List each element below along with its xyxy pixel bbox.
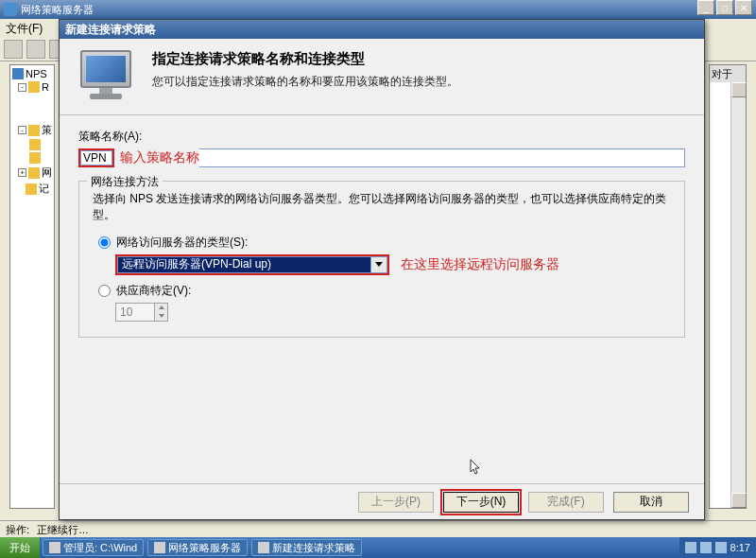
- dialog-body: 策略名称(A): 输入策略名称 网络连接方法 选择向 NPS 发送连接请求的网络…: [60, 115, 704, 351]
- cmd-icon: [49, 542, 60, 553]
- tree-label: NPS: [26, 68, 47, 79]
- tree-item[interactable]: [12, 151, 52, 165]
- radio-server-type-label: 网络访问服务器的类型(S):: [116, 235, 248, 251]
- clock: 8:17: [730, 542, 750, 553]
- task-item[interactable]: 网络策略服务器: [147, 539, 248, 556]
- vendor-spinner: [115, 303, 168, 322]
- group-description: 选择向 NPS 发送连接请求的网络访问服务器类型。您可以选择网络访问服务器的类型…: [93, 191, 671, 223]
- tree-label: 记: [39, 182, 49, 196]
- wizard-icon: [258, 542, 269, 553]
- dialog-title: 新建连接请求策略: [65, 22, 156, 38]
- collapse-icon[interactable]: -: [18, 83, 26, 92]
- server-type-combo[interactable]: 远程访问服务器(VPN-Dial up): [115, 254, 389, 275]
- folder-icon: [28, 125, 40, 136]
- annotation-combo: 在这里选择远程访问服务器: [401, 256, 559, 273]
- task-label: 网络策略服务器: [168, 541, 241, 555]
- connection-method-group: 网络连接方法 选择向 NPS 发送连接请求的网络访问服务器类型。您可以选择网络访…: [78, 181, 685, 338]
- folder-icon: [26, 183, 37, 195]
- tree-item[interactable]: + 网: [12, 165, 52, 181]
- tray-icon[interactable]: [700, 542, 712, 553]
- policy-name-input-rest[interactable]: [199, 148, 685, 167]
- tree-item[interactable]: - 策: [12, 122, 52, 138]
- status-label: 操作:: [6, 523, 29, 535]
- annotation-name: 输入策略名称: [120, 149, 199, 166]
- tray-icon[interactable]: [685, 542, 696, 553]
- status-bar: 操作: 正继续行…: [0, 520, 756, 537]
- actions-header: 对于: [710, 65, 746, 82]
- scrollbar[interactable]: [730, 82, 746, 508]
- finish-button: 完成(F): [528, 492, 604, 513]
- task-item[interactable]: 管理员: C:\Wind: [43, 539, 144, 556]
- collapse-icon[interactable]: -: [18, 126, 26, 134]
- header-description: 您可以指定连接请求策略的名称和要应用该策略的连接类型。: [152, 74, 458, 90]
- system-tray: 8:17: [679, 537, 756, 558]
- task-item[interactable]: 新建连接请求策略: [251, 539, 362, 556]
- start-button[interactable]: 开始: [0, 537, 41, 558]
- tree-panel: NPS - R - 策 + 网 记: [9, 64, 55, 509]
- tree-root[interactable]: NPS: [12, 67, 52, 80]
- group-title: 网络连接方法: [87, 174, 163, 190]
- task-label: 新建连接请求策略: [272, 541, 355, 555]
- spinner-up-icon: [155, 304, 167, 312]
- tree-item[interactable]: 记: [12, 181, 52, 197]
- server-icon: [12, 68, 24, 79]
- dialog-header: 指定连接请求策略名称和连接类型 您可以指定连接请求策略的名称和要应用该策略的连接…: [60, 39, 704, 115]
- header-title: 指定连接请求策略名称和连接类型: [152, 50, 458, 68]
- toolbar-forward-icon[interactable]: [26, 40, 45, 59]
- chevron-down-icon[interactable]: [370, 256, 387, 273]
- nps-icon: [154, 542, 165, 553]
- next-button[interactable]: 下一步(N): [443, 492, 519, 513]
- spinner-down-icon: [155, 312, 167, 321]
- menu-file[interactable]: 文件(F): [6, 21, 43, 37]
- toolbar-back-icon[interactable]: [4, 40, 23, 59]
- policy-name-label: 策略名称(A):: [78, 129, 685, 145]
- tree-item[interactable]: [12, 138, 52, 151]
- task-label: 管理员: C:\Wind: [63, 541, 137, 555]
- start-label: 开始: [9, 541, 30, 555]
- taskbar: 开始 管理员: C:\Wind 网络策略服务器 新建连接请求策略 8:17: [0, 537, 756, 558]
- cursor-icon: [468, 459, 483, 478]
- status-value: 正继续行…: [37, 523, 89, 535]
- previous-button: 上一步(P): [358, 492, 434, 513]
- scroll-down-icon[interactable]: [731, 493, 747, 508]
- radio-server-type-row[interactable]: 网络访问服务器的类型(S):: [98, 235, 671, 251]
- expand-icon[interactable]: +: [18, 168, 26, 177]
- dialog-footer: 上一步(P) 下一步(N) 完成(F) 取消: [60, 483, 704, 519]
- tree-item[interactable]: - R: [12, 80, 52, 94]
- tree-label: 网: [42, 166, 52, 180]
- parent-title: 网络策略服务器: [21, 3, 94, 17]
- minimize-button[interactable]: _: [697, 0, 714, 15]
- radio-vendor-row[interactable]: 供应商特定(V):: [98, 283, 671, 299]
- folder-icon: [29, 152, 41, 164]
- folder-icon: [28, 167, 40, 179]
- tray-icon[interactable]: [715, 542, 727, 553]
- policy-name-highlight: [78, 148, 114, 167]
- scroll-up-icon[interactable]: [731, 82, 747, 97]
- policy-name-input[interactable]: [80, 150, 112, 166]
- app-icon: [4, 3, 17, 16]
- tree-label: 策: [42, 123, 52, 137]
- wizard-dialog: 新建连接请求策略 指定连接请求策略名称和连接类型 您可以指定连接请求策略的名称和…: [59, 19, 705, 520]
- vendor-value-input: [116, 304, 154, 321]
- actions-panel: 对于: [709, 64, 747, 509]
- restore-button[interactable]: □: [716, 0, 733, 15]
- radio-vendor-label: 供应商特定(V):: [116, 283, 191, 299]
- parent-titlebar: 网络策略服务器 _ □ ✕: [0, 0, 756, 19]
- close-button[interactable]: ✕: [735, 0, 752, 15]
- monitor-icon: [73, 50, 139, 103]
- server-type-value: 远程访问服务器(VPN-Dial up): [117, 256, 370, 273]
- radio-vendor-specific[interactable]: [98, 285, 111, 297]
- folder-icon: [28, 81, 40, 93]
- radio-server-type[interactable]: [98, 236, 111, 249]
- folder-icon: [29, 139, 41, 150]
- tree-label: R: [42, 81, 49, 93]
- cancel-button[interactable]: 取消: [613, 492, 689, 513]
- dialog-titlebar: 新建连接请求策略: [60, 20, 704, 39]
